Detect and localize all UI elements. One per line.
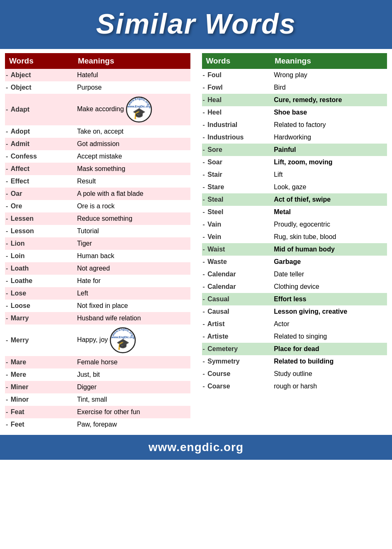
word-cell: - Sore — [202, 144, 273, 156]
word-cell: - Stare — [202, 181, 273, 193]
word-cell: - Steel — [202, 206, 273, 218]
meaning-cell: A pole with a flat blade — [75, 188, 190, 200]
table-row: - SoarLift, zoom, moving — [202, 156, 387, 168]
meaning-cell: Lesson giving, creative — [272, 305, 387, 318]
meaning-cell: Paw, forepaw — [75, 418, 190, 431]
word-cell: - Mare — [5, 356, 75, 368]
table-row: - AffectMask something — [5, 163, 190, 175]
dash: - — [203, 345, 205, 352]
word-cell: - Lose — [5, 287, 75, 300]
dash: - — [203, 271, 205, 278]
dash: - — [203, 308, 205, 315]
meaning-cell: Exercise for other fun — [75, 406, 190, 418]
meaning-cell: Painful — [272, 144, 387, 156]
dash: - — [6, 408, 8, 415]
table-row: - CalendarDate teller — [202, 268, 387, 281]
dash: - — [6, 315, 8, 322]
dash: - — [203, 183, 205, 190]
word-cell: - Vein — [202, 231, 273, 243]
dash: - — [6, 396, 8, 403]
table-row: - MerryHappy, joy www.EngDic.org www.Eng… — [5, 325, 190, 356]
dash: - — [6, 277, 8, 284]
word-cell: - Artist — [202, 318, 273, 330]
dash: - — [6, 215, 8, 222]
word-cell: - Adopt — [5, 125, 75, 138]
right-meanings-header: Meanings — [272, 53, 387, 69]
table-row: - LoathNot agreed — [5, 262, 190, 275]
dash: - — [6, 203, 8, 210]
table-row: - StareLook, gaze — [202, 181, 387, 193]
word-cell: - Fowl — [202, 81, 273, 94]
meaning-cell: Related to factory — [272, 119, 387, 131]
table-row: - SteelMetal — [202, 206, 387, 218]
table-row: - StealAct of thief, swipe — [202, 193, 387, 206]
meaning-cell: Garbage — [272, 256, 387, 268]
dash: - — [203, 370, 205, 377]
table-row: - MinorTint, small — [5, 393, 190, 406]
dash: - — [6, 383, 8, 390]
table-row: - OreOre is a rock — [5, 200, 190, 212]
dash: - — [203, 295, 205, 303]
meaning-cell: Accept mistake — [75, 150, 190, 163]
meaning-cell: Reduce something — [75, 212, 190, 225]
word-cell: - Admit — [5, 138, 75, 150]
meaning-cell: Not agreed — [75, 262, 190, 275]
meaning-cell: Look, gaze — [272, 181, 387, 193]
word-cell: - Lion — [5, 237, 75, 250]
left-meanings-header: Meanings — [75, 53, 190, 69]
word-cell: - Loathe — [5, 275, 75, 287]
word-cell: - Calendar — [202, 281, 273, 293]
word-cell: - Industrial — [202, 119, 273, 131]
table-divider — [195, 53, 198, 431]
dash: - — [6, 252, 8, 259]
word-cell: - Merry — [5, 325, 75, 356]
dash: - — [6, 84, 8, 91]
meaning-cell: Purpose — [75, 81, 190, 94]
dash: - — [6, 421, 8, 428]
table-row: - EffectResult — [5, 175, 190, 188]
table-row: - CausalLesson giving, creative — [202, 305, 387, 318]
meaning-cell: Bird — [272, 81, 387, 94]
meaning-cell: Date teller — [272, 268, 387, 281]
dash: - — [203, 71, 205, 78]
meaning-cell: Mask something — [75, 163, 190, 175]
dash: - — [6, 190, 8, 197]
dash: - — [6, 265, 8, 272]
word-cell: - Loin — [5, 250, 75, 262]
table-row: - MarryHusband wife relation — [5, 312, 190, 325]
word-cell: - Calendar — [202, 268, 273, 281]
meaning-cell: Result — [75, 175, 190, 188]
table-row: - LoatheHate for — [5, 275, 190, 287]
dash: - — [203, 96, 205, 103]
table-row: - OarA pole with a flat blade — [5, 188, 190, 200]
right-table: Words Meanings - FoulWrong play- FowlBir… — [202, 53, 387, 393]
dash: - — [203, 283, 205, 290]
word-cell: - Affect — [5, 163, 75, 175]
meaning-cell: Happy, joy www.EngDic.org www.EngDic.org… — [75, 325, 190, 356]
meaning-cell: Hateful — [75, 69, 190, 81]
word-cell: - Mere — [5, 368, 75, 381]
table-row: - HealCure, remedy, restore — [202, 94, 387, 106]
dash: - — [203, 233, 205, 240]
dash: - — [6, 140, 8, 147]
dash: - — [203, 333, 205, 340]
word-cell: - Cemetery — [202, 343, 273, 355]
left-table: Words Meanings - AbjectHateful- ObjectPu… — [5, 53, 190, 431]
meaning-cell: Mid of human body — [272, 243, 387, 256]
word-cell: - Feat — [5, 406, 75, 418]
table-row: - WaistMid of human body — [202, 243, 387, 256]
table-row: - LooseNot fixed in place — [5, 300, 190, 312]
dash: - — [6, 371, 8, 378]
word-cell: - Steal — [202, 193, 273, 206]
dash: - — [6, 227, 8, 234]
table-row: - ArtistActor — [202, 318, 387, 330]
word-cell: - Course — [202, 368, 273, 380]
dash: - — [203, 358, 205, 365]
table-row: - AdaptMake according www.EngDic.org www… — [5, 94, 190, 125]
right-table-section: Words Meanings - FoulWrong play- FowlBir… — [202, 53, 387, 431]
dash: - — [6, 128, 8, 135]
meaning-cell: Not fixed in place — [75, 300, 190, 312]
content-area: Words Meanings - AbjectHateful- ObjectPu… — [0, 49, 392, 435]
word-cell: - Abject — [5, 69, 75, 81]
footer-url: www.engdic.org — [149, 441, 243, 454]
